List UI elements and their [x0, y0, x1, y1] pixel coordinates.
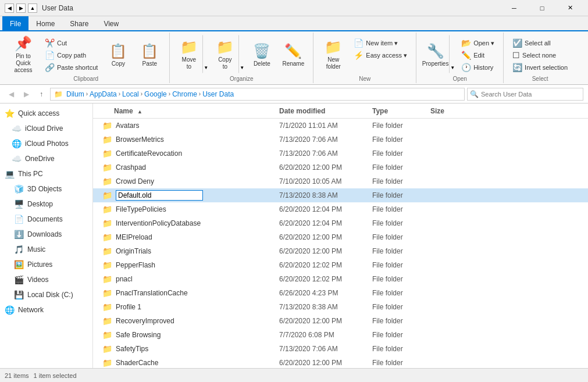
sidebar-item-local-disk[interactable]: 💾 Local Disk (C:) [0, 287, 92, 302]
table-row[interactable]: 📁PnaclTranslationCache6/26/2020 4:23 PMF… [93, 286, 588, 300]
easy-access-button[interactable]: ⚡ Easy access ▾ [350, 49, 411, 61]
select-none-icon: ☐ [512, 51, 520, 60]
table-row[interactable]: 📁OriginTrials6/20/2020 12:00 PMFile fold… [93, 244, 588, 258]
sidebar: ⭐ Quick access ☁️ iCloud Drive 🌐 iCloud … [0, 103, 93, 368]
sidebar-item-quick-access[interactable]: ⭐ Quick access [0, 106, 92, 121]
properties-button[interactable]: 🔧 Properties ▼ [421, 35, 456, 73]
file-type: File folder [372, 359, 430, 367]
documents-label: Documents [27, 215, 63, 223]
close-button[interactable]: ✕ [557, 0, 583, 16]
table-row[interactable]: 📁Profile 17/13/2020 8:38 AMFile folder [93, 300, 588, 314]
back-button[interactable]: ◀ [5, 88, 17, 101]
file-date: 7/13/2020 8:38 AM [279, 303, 372, 311]
file-type: File folder [372, 331, 430, 339]
sidebar-item-pictures[interactable]: 🖼️ Pictures [0, 257, 92, 272]
cut-button[interactable]: ✂️ Cut [41, 37, 102, 49]
pin-button[interactable]: 📌 Pin to Quickaccess [7, 35, 40, 73]
breadcrumb-google[interactable]: Google [143, 90, 168, 98]
table-row[interactable]: 📁Crowd Deny7/10/2020 10:05 AMFile folder [93, 174, 588, 188]
file-name-cell: 📁Crowd Deny [93, 177, 279, 186]
table-row[interactable]: 📁Safe Browsing7/7/2020 6:08 PMFile folde… [93, 328, 588, 342]
sidebar-item-this-pc[interactable]: 💻 This PC [0, 166, 92, 181]
file-date: 6/20/2020 12:00 PM [279, 163, 372, 172]
title-bar-up[interactable]: ▲ [28, 3, 37, 13]
table-row[interactable]: 📁CertificateRevocation7/13/2020 7:06 AMF… [93, 147, 588, 160]
open-button[interactable]: 📂 Open ▾ [457, 37, 498, 49]
move-to-arrow[interactable]: ▼ [202, 35, 209, 73]
col-size-header[interactable]: Size [430, 107, 477, 115]
up-button[interactable]: ↑ [35, 88, 48, 101]
breadcrumb-userdata[interactable]: User Data [201, 90, 235, 98]
table-row[interactable]: 📁SafetyTips7/13/2020 7:06 AMFile folder [93, 342, 588, 356]
forward-button[interactable]: ▶ [20, 88, 33, 101]
table-row[interactable]: 📁Crashpad6/20/2020 12:00 PMFile folder [93, 160, 588, 174]
properties-arrow[interactable]: ▼ [449, 35, 456, 73]
quick-access-label: Quick access [18, 109, 59, 117]
table-row[interactable]: 📁ShaderCache6/20/2020 12:00 PMFile folde… [93, 356, 588, 368]
sidebar-item-videos[interactable]: 🎬 Videos [0, 272, 92, 287]
sidebar-item-downloads[interactable]: ⬇️ Downloads [0, 227, 92, 242]
tab-share[interactable]: Share [62, 16, 96, 30]
table-row[interactable]: 📁7/13/2020 8:38 AMFile folder [93, 188, 588, 202]
ribbon: 📌 Pin to Quickaccess ✂️ Cut 📄 Copy path … [0, 31, 588, 85]
move-to-button[interactable]: 📁 Moveto ▼ [174, 35, 209, 73]
copy-to-arrow[interactable]: ▼ [238, 35, 245, 73]
table-row[interactable]: 📁BrowserMetrics7/13/2020 7:06 AMFile fol… [93, 133, 588, 147]
select-none-button[interactable]: ☐ Select none [508, 49, 572, 61]
tab-file[interactable]: File [2, 16, 28, 30]
rename-input[interactable] [116, 190, 203, 201]
table-row[interactable]: 📁Avatars7/1/2020 11:01 AMFile folder [93, 119, 588, 133]
table-row[interactable]: 📁PepperFlash6/20/2020 12:02 PMFile folde… [93, 258, 588, 272]
tab-view[interactable]: View [96, 16, 126, 30]
invert-selection-button[interactable]: 🔄 Invert selection [508, 62, 572, 73]
rename-button[interactable]: ✏️ Rename [278, 35, 308, 73]
breadcrumb-local[interactable]: Local [121, 90, 140, 98]
file-name-cell: 📁CertificateRevocation [93, 149, 279, 158]
sidebar-item-icloud-photos[interactable]: 🌐 iCloud Photos [0, 136, 92, 151]
history-button[interactable]: 🕐 History [457, 62, 498, 73]
breadcrumb-chrome[interactable]: Chrome [171, 90, 198, 98]
music-icon: 🎵 [14, 245, 24, 254]
sidebar-item-desktop[interactable]: 🖥️ Desktop [0, 197, 92, 212]
move-to-label: Moveto [182, 56, 196, 70]
new-item-button[interactable]: 📄 New item ▾ [350, 37, 411, 49]
search-box[interactable]: 🔍 [467, 88, 583, 101]
copy-button[interactable]: 📋 Copy [103, 35, 133, 73]
table-row[interactable]: 📁MEIPreload6/20/2020 12:00 PMFile folder [93, 230, 588, 244]
sidebar-item-icloud-drive[interactable]: ☁️ iCloud Drive [0, 121, 92, 136]
col-date-header[interactable]: Date modified [279, 107, 372, 115]
col-name-header[interactable]: Name ▲ [93, 107, 279, 115]
desktop-label: Desktop [27, 200, 53, 208]
breadcrumb-dilum[interactable]: Dilum [65, 90, 85, 98]
delete-button[interactable]: 🗑️ Delete [247, 35, 277, 73]
maximize-button[interactable]: □ [529, 0, 555, 16]
sidebar-item-3d-objects[interactable]: 🧊 3D Objects [0, 181, 92, 197]
copy-to-button[interactable]: 📁 Copyto ▼ [211, 35, 245, 73]
select-all-button[interactable]: ☑️ Select all [508, 37, 572, 49]
sidebar-item-music[interactable]: 🎵 Music [0, 242, 92, 257]
copy-path-button[interactable]: 📄 Copy path [41, 49, 102, 61]
minimize-button[interactable]: ─ [501, 0, 528, 16]
paste-button[interactable]: 📋 Paste [134, 35, 165, 73]
sidebar-item-onedrive[interactable]: ☁️ OneDrive [0, 151, 92, 166]
file-date: 7/10/2020 10:05 AM [279, 177, 372, 185]
table-row[interactable]: 📁RecoveryImproved6/20/2020 12:00 PMFile … [93, 314, 588, 328]
table-row[interactable]: 📁InterventionPolicyDatabase6/20/2020 12:… [93, 216, 588, 230]
breadcrumb-appdata[interactable]: AppData [88, 90, 118, 98]
breadcrumb[interactable]: 📁 Dilum › AppData › Local › Google › Chr… [50, 88, 465, 101]
file-type: File folder [372, 191, 430, 199]
paste-shortcut-button[interactable]: 🔗 Paste shortcut [41, 62, 102, 73]
copy-label: Copy [112, 60, 125, 67]
title-bar-forward[interactable]: ▶ [16, 3, 26, 13]
table-row[interactable]: 📁pnacl6/20/2020 12:02 PMFile folder [93, 272, 588, 286]
table-row[interactable]: 📁FileTypePolicies6/20/2020 12:04 PMFile … [93, 202, 588, 216]
sidebar-item-documents[interactable]: 📄 Documents [0, 212, 92, 227]
sidebar-item-network[interactable]: 🌐 Network [0, 302, 92, 317]
title-bar-back[interactable]: ◀ [5, 3, 14, 13]
search-input[interactable] [481, 91, 580, 98]
edit-button[interactable]: ✏️ Edit [457, 49, 498, 61]
tab-home[interactable]: Home [28, 16, 62, 30]
cut-label: Cut [57, 40, 67, 47]
col-type-header[interactable]: Type [372, 107, 430, 115]
new-folder-button[interactable]: 📁 Newfolder [318, 35, 348, 73]
